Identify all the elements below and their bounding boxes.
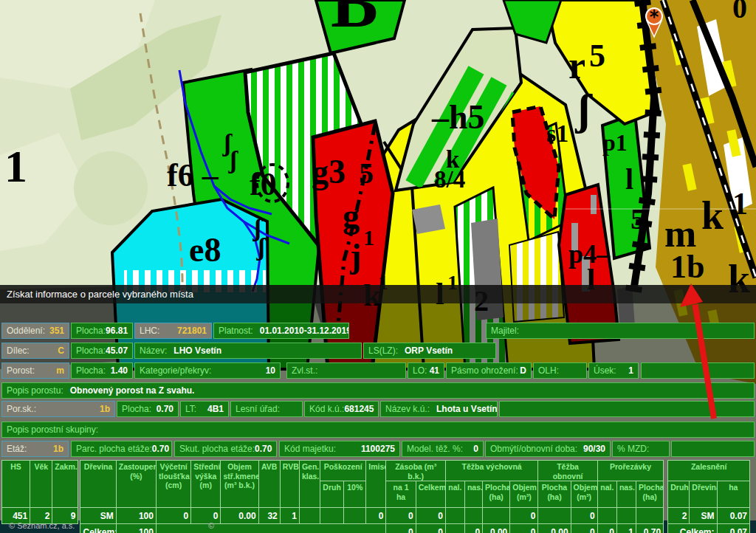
field-label: Název k.ú.:: [385, 404, 430, 414]
field-value: Lhota u Vsetína: [436, 404, 498, 414]
field-value: 10: [266, 365, 275, 376]
col-vycetni-tloustka: Výčetní tloušťka (cm): [156, 461, 190, 508]
field-label: % MZD:: [617, 444, 649, 454]
field-lslz: LS(LZ): ORP Vsetín: [363, 343, 496, 359]
field-value: m: [56, 365, 64, 376]
map-label: p1: [602, 129, 628, 156]
field-label: Popis porostní skupiny:: [7, 424, 98, 435]
field-plocha-dilec: Plocha: 45.07: [71, 343, 133, 359]
col-vych-nal: nal.: [445, 481, 464, 508]
field-label: Kód majetku:: [284, 444, 336, 454]
field-label: Kategorie/překryv:: [140, 365, 211, 376]
field-majitel: Majitel:: [486, 323, 755, 339]
field-label: Pásmo ohrožení:: [451, 365, 518, 376]
field-empty-r3: [641, 362, 755, 379]
field-value: 0.70: [157, 404, 173, 414]
field-label: OLH:: [538, 365, 559, 376]
col-vek: Věk: [30, 461, 52, 508]
field-label: Dílec:: [7, 345, 30, 356]
col-gen-klas: Gen. klas.: [299, 461, 320, 508]
field-value: 721801: [177, 326, 207, 336]
field-mzd: % MZD:: [612, 441, 670, 457]
table-total-row: Celkem: 100 0 0 0 0.00 0 0.00 0 0 1 0.70…: [2, 524, 750, 533]
field-label: Lesní úřad:: [236, 404, 280, 414]
table-row: 451 2 9 SM 100 0 0 0.00 32 1 0 0 0 0 0: [2, 508, 750, 524]
col-obn-plocha: Plocha (ha): [538, 481, 571, 508]
panel-title: Získat informace o parcele vybraného mís…: [7, 289, 193, 300]
field-lesni-urad: Lesní úřad:: [230, 401, 303, 417]
field-olh: OLH:: [533, 362, 587, 379]
field-value: 41: [430, 365, 439, 376]
group-prorezavky: Prořezávky: [597, 461, 663, 481]
field-nazev: Název: LHO Vsetín: [134, 343, 362, 359]
col-poskozeni-10pct: 10%: [344, 481, 366, 508]
map-label: 5: [359, 157, 374, 190]
field-label: Zvl.st.:: [292, 365, 317, 376]
field-plocha-porsk: Plocha: 0.70: [117, 401, 179, 417]
field-value: LHO Vsetín: [173, 345, 221, 356]
field-zvlst: Zvl.st.:: [286, 362, 406, 379]
field-label: Popis porostu:: [7, 385, 63, 396]
col-poskozeni-druh: Druh: [320, 481, 344, 508]
field-value: 01.01.2010-31.12.2019: [260, 326, 349, 336]
field-porsk: Por.sk.: 1b: [1, 401, 115, 417]
field-label: Etáž:: [7, 444, 27, 454]
field-lhc: LHC: 721801: [134, 323, 212, 339]
col-zal-druh: Druh: [668, 481, 690, 508]
field-label: Plocha:: [122, 404, 151, 414]
field-label: Plocha:: [76, 326, 106, 336]
field-label: Plocha:: [76, 345, 106, 356]
map-label: 1b: [670, 249, 704, 285]
copyright-symbol: ©: [208, 521, 214, 530]
field-label: Porost:: [7, 365, 35, 376]
field-porost: Porost: m: [1, 362, 69, 379]
field-value: 1b: [100, 404, 110, 414]
field-value: 1100275: [361, 444, 395, 454]
field-label: Kód k.ú.:: [309, 404, 344, 414]
field-label: Název:: [140, 345, 167, 356]
svg-text:*: *: [650, 7, 659, 27]
field-value: 0: [473, 444, 478, 454]
col-drevina: Dřevina: [80, 461, 116, 508]
field-oddeleni: Oddělení: 351: [1, 323, 69, 339]
field-etaz: Etáž: 1b: [1, 441, 69, 457]
app-window: * 1Bf6 –ʃʃf0ʃʃe8g35g1j1k1l2–h5k8/4s1ʃr5p…: [0, 0, 756, 533]
field-kod-ku: Kód k.ú.: 681245: [304, 401, 379, 417]
col-imise: Imise: [366, 461, 386, 508]
col-pror-nal: nal.: [597, 481, 616, 508]
map-label: e8: [189, 231, 221, 269]
field-value: D: [520, 365, 526, 376]
map-label: s1: [546, 120, 568, 147]
map-label: g3: [312, 153, 346, 190]
field-popis-porostu: Popis porostu: Obnovený porost na Z svah…: [1, 382, 755, 399]
map-label: 5: [630, 202, 645, 235]
field-nazev-ku: Název k.ú.: Lhota u Vsetína: [380, 401, 498, 417]
field-label: LHC:: [140, 326, 159, 336]
panel-title-bar: Získat informace o parcele vybraného mís…: [0, 285, 756, 303]
stand-detail-table: HS Věk Zakm. Dřevina Zastoupení (%) Výče…: [1, 460, 750, 533]
col-zastoupeni: Zastoupení (%): [116, 461, 156, 508]
map-label: ʃ: [228, 146, 238, 173]
field-label: Úsek:: [594, 365, 616, 376]
field-value: 1.40: [111, 365, 128, 376]
map-label: f6 –: [167, 157, 219, 193]
map-label: 1: [363, 225, 374, 250]
map-label: j: [349, 237, 361, 275]
col-pror-plocha: Plocha (ha): [636, 481, 664, 508]
col-zakm: Zakm.: [52, 461, 78, 508]
map-label: ʃ: [256, 233, 267, 261]
field-label: Obmýtí/obnovní doba:: [490, 444, 577, 454]
field-value: 90/30: [583, 444, 605, 454]
group-tezba-obnovni: Těžba obnovní: [538, 461, 597, 481]
field-parc-plocha: Parc. plocha etáže: 0.70: [71, 441, 172, 457]
field-value: 4B1: [207, 404, 224, 414]
field-label: Platnost:: [219, 326, 253, 336]
map-label: g: [343, 197, 360, 235]
map-label: 1: [732, 187, 748, 221]
group-zasoba: Zásoba (m³ b.k.): [386, 461, 445, 481]
field-usek: Úsek: 1: [588, 362, 639, 379]
field-plocha-porost: Plocha: 1.40: [71, 362, 133, 379]
map-label: –h5: [431, 98, 485, 136]
field-dilec: Dílec: C: [1, 343, 69, 359]
field-label: LT:: [185, 404, 196, 414]
